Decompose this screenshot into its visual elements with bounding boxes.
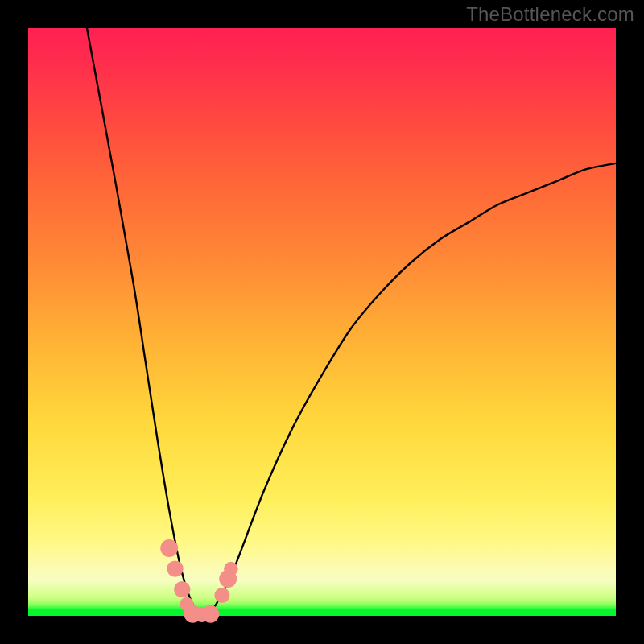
marker-group <box>160 539 237 623</box>
curve-marker <box>201 605 219 623</box>
plot-area <box>28 28 616 616</box>
chart-frame: TheBottleneck.com <box>0 0 644 644</box>
bottleneck-curve <box>87 28 616 616</box>
curve-marker <box>160 539 178 557</box>
bottleneck-curve-svg <box>28 28 616 616</box>
curve-marker <box>214 588 229 603</box>
curve-marker <box>167 560 183 576</box>
watermark-text: TheBottleneck.com <box>466 3 634 26</box>
curve-marker <box>224 562 238 576</box>
curve-marker <box>174 581 190 597</box>
